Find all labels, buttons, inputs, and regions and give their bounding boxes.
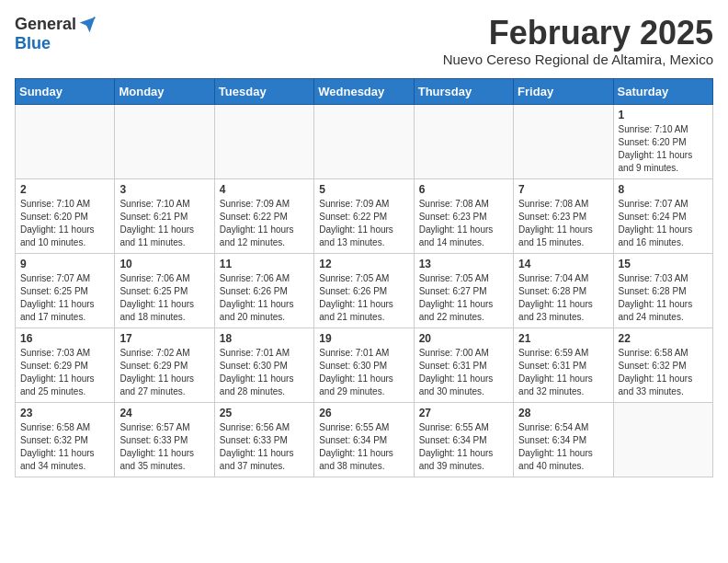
day-info: Sunrise: 7:08 AM Sunset: 6:23 PM Dayligh… bbox=[518, 198, 608, 249]
calendar-cell: 15Sunrise: 7:03 AM Sunset: 6:28 PM Dayli… bbox=[613, 253, 712, 327]
day-number: 17 bbox=[119, 332, 209, 345]
calendar-cell: 12Sunrise: 7:05 AM Sunset: 6:26 PM Dayli… bbox=[314, 253, 414, 327]
day-number: 10 bbox=[119, 258, 209, 270]
calendar-cell: 17Sunrise: 7:02 AM Sunset: 6:29 PM Dayli… bbox=[115, 327, 214, 402]
day-info: Sunrise: 7:00 AM Sunset: 6:31 PM Dayligh… bbox=[419, 347, 508, 398]
calendar-cell: 27Sunrise: 6:55 AM Sunset: 6:34 PM Dayli… bbox=[414, 402, 513, 477]
calendar-cell: 20Sunrise: 7:00 AM Sunset: 6:31 PM Dayli… bbox=[414, 327, 513, 402]
day-info: Sunrise: 7:07 AM Sunset: 6:25 PM Dayligh… bbox=[20, 272, 109, 324]
calendar-cell: 1Sunrise: 7:10 AM Sunset: 6:20 PM Daylig… bbox=[613, 104, 712, 178]
calendar-cell bbox=[214, 104, 313, 178]
day-number: 20 bbox=[419, 332, 508, 345]
calendar-cell: 4Sunrise: 7:09 AM Sunset: 6:22 PM Daylig… bbox=[214, 178, 313, 253]
day-number: 16 bbox=[20, 332, 109, 345]
calendar-week-row: 1Sunrise: 7:10 AM Sunset: 6:20 PM Daylig… bbox=[16, 104, 713, 178]
location-title: Nuevo Cereso Regional de Altamira, Mexic… bbox=[443, 52, 713, 67]
calendar-cell: 26Sunrise: 6:55 AM Sunset: 6:34 PM Dayli… bbox=[314, 402, 414, 477]
calendar-cell bbox=[115, 104, 214, 178]
calendar-cell bbox=[414, 104, 513, 178]
day-number: 8 bbox=[619, 183, 708, 196]
calendar-week-row: 9Sunrise: 7:07 AM Sunset: 6:25 PM Daylig… bbox=[16, 253, 713, 327]
calendar-cell: 25Sunrise: 6:56 AM Sunset: 6:33 PM Dayli… bbox=[214, 402, 313, 477]
calendar-cell: 9Sunrise: 7:07 AM Sunset: 6:25 PM Daylig… bbox=[16, 253, 115, 327]
day-info: Sunrise: 7:09 AM Sunset: 6:22 PM Dayligh… bbox=[220, 198, 309, 249]
calendar-cell: 11Sunrise: 7:06 AM Sunset: 6:26 PM Dayli… bbox=[214, 253, 313, 327]
calendar-cell bbox=[514, 104, 613, 178]
calendar-cell: 13Sunrise: 7:05 AM Sunset: 6:27 PM Dayli… bbox=[414, 253, 513, 327]
day-info: Sunrise: 7:06 AM Sunset: 6:25 PM Dayligh… bbox=[119, 272, 209, 324]
weekday-header-thursday: Thursday bbox=[414, 78, 513, 104]
day-info: Sunrise: 7:08 AM Sunset: 6:23 PM Dayligh… bbox=[419, 198, 508, 249]
day-info: Sunrise: 7:05 AM Sunset: 6:26 PM Dayligh… bbox=[319, 272, 408, 324]
day-info: Sunrise: 6:58 AM Sunset: 6:32 PM Dayligh… bbox=[619, 347, 708, 398]
calendar-cell bbox=[16, 104, 115, 178]
calendar-cell: 8Sunrise: 7:07 AM Sunset: 6:24 PM Daylig… bbox=[613, 178, 712, 253]
day-number: 22 bbox=[619, 332, 708, 345]
day-info: Sunrise: 7:10 AM Sunset: 6:21 PM Dayligh… bbox=[119, 198, 209, 249]
day-number: 14 bbox=[518, 258, 608, 270]
calendar-cell: 3Sunrise: 7:10 AM Sunset: 6:21 PM Daylig… bbox=[115, 178, 214, 253]
weekday-header-row: SundayMondayTuesdayWednesdayThursdayFrid… bbox=[16, 78, 713, 104]
calendar-cell: 19Sunrise: 7:01 AM Sunset: 6:30 PM Dayli… bbox=[314, 327, 414, 402]
day-info: Sunrise: 7:03 AM Sunset: 6:28 PM Dayligh… bbox=[619, 272, 708, 324]
calendar-cell: 16Sunrise: 7:03 AM Sunset: 6:29 PM Dayli… bbox=[16, 327, 115, 402]
calendar-cell: 18Sunrise: 7:01 AM Sunset: 6:30 PM Dayli… bbox=[214, 327, 313, 402]
day-number: 7 bbox=[518, 183, 608, 196]
day-info: Sunrise: 7:06 AM Sunset: 6:26 PM Dayligh… bbox=[220, 272, 309, 324]
logo-blue-text: Blue bbox=[15, 34, 51, 53]
weekday-header-monday: Monday bbox=[115, 78, 214, 104]
day-number: 28 bbox=[518, 407, 608, 419]
day-info: Sunrise: 6:58 AM Sunset: 6:32 PM Dayligh… bbox=[20, 421, 109, 473]
day-number: 5 bbox=[319, 183, 408, 196]
day-number: 21 bbox=[518, 332, 608, 345]
day-number: 3 bbox=[119, 183, 209, 196]
day-number: 1 bbox=[619, 109, 708, 121]
day-info: Sunrise: 7:09 AM Sunset: 6:22 PM Dayligh… bbox=[319, 198, 408, 249]
calendar-week-row: 23Sunrise: 6:58 AM Sunset: 6:32 PM Dayli… bbox=[16, 402, 713, 477]
weekday-header-sunday: Sunday bbox=[16, 78, 115, 104]
day-number: 12 bbox=[319, 258, 408, 270]
day-info: Sunrise: 7:03 AM Sunset: 6:29 PM Dayligh… bbox=[20, 347, 109, 398]
month-title: February 2025 bbox=[443, 15, 713, 52]
calendar-cell: 6Sunrise: 7:08 AM Sunset: 6:23 PM Daylig… bbox=[414, 178, 513, 253]
day-number: 9 bbox=[20, 258, 109, 270]
day-number: 25 bbox=[220, 407, 309, 419]
calendar-cell: 21Sunrise: 6:59 AM Sunset: 6:31 PM Dayli… bbox=[514, 327, 613, 402]
calendar-cell: 5Sunrise: 7:09 AM Sunset: 6:22 PM Daylig… bbox=[314, 178, 414, 253]
calendar-cell bbox=[613, 402, 712, 477]
day-info: Sunrise: 7:10 AM Sunset: 6:20 PM Dayligh… bbox=[20, 198, 109, 249]
day-info: Sunrise: 6:55 AM Sunset: 6:34 PM Dayligh… bbox=[419, 421, 508, 473]
day-info: Sunrise: 7:05 AM Sunset: 6:27 PM Dayligh… bbox=[419, 272, 508, 324]
weekday-header-friday: Friday bbox=[514, 78, 613, 104]
day-number: 4 bbox=[220, 183, 309, 196]
day-info: Sunrise: 7:04 AM Sunset: 6:28 PM Dayligh… bbox=[518, 272, 608, 324]
day-number: 23 bbox=[20, 407, 109, 419]
calendar-cell: 10Sunrise: 7:06 AM Sunset: 6:25 PM Dayli… bbox=[115, 253, 214, 327]
day-info: Sunrise: 6:54 AM Sunset: 6:34 PM Dayligh… bbox=[518, 421, 608, 473]
calendar-cell: 22Sunrise: 6:58 AM Sunset: 6:32 PM Dayli… bbox=[613, 327, 712, 402]
calendar-cell: 7Sunrise: 7:08 AM Sunset: 6:23 PM Daylig… bbox=[514, 178, 613, 253]
weekday-header-saturday: Saturday bbox=[613, 78, 712, 104]
day-info: Sunrise: 6:56 AM Sunset: 6:33 PM Dayligh… bbox=[220, 421, 309, 473]
day-number: 26 bbox=[319, 407, 408, 419]
calendar-cell: 2Sunrise: 7:10 AM Sunset: 6:20 PM Daylig… bbox=[16, 178, 115, 253]
calendar-table: SundayMondayTuesdayWednesdayThursdayFrid… bbox=[15, 78, 713, 477]
calendar-cell: 14Sunrise: 7:04 AM Sunset: 6:28 PM Dayli… bbox=[514, 253, 613, 327]
day-number: 11 bbox=[220, 258, 309, 270]
logo-general-text: General bbox=[15, 15, 76, 34]
calendar-cell: 24Sunrise: 6:57 AM Sunset: 6:33 PM Dayli… bbox=[115, 402, 214, 477]
weekday-header-wednesday: Wednesday bbox=[314, 78, 414, 104]
day-info: Sunrise: 7:10 AM Sunset: 6:20 PM Dayligh… bbox=[619, 123, 708, 175]
day-number: 6 bbox=[419, 183, 508, 196]
weekday-header-tuesday: Tuesday bbox=[214, 78, 313, 104]
day-info: Sunrise: 7:01 AM Sunset: 6:30 PM Dayligh… bbox=[220, 347, 309, 398]
day-number: 18 bbox=[220, 332, 309, 345]
calendar-cell bbox=[314, 104, 414, 178]
calendar-week-row: 16Sunrise: 7:03 AM Sunset: 6:29 PM Dayli… bbox=[16, 327, 713, 402]
title-area: February 2025 Nuevo Cereso Regional de A… bbox=[443, 15, 713, 67]
calendar-cell: 28Sunrise: 6:54 AM Sunset: 6:34 PM Dayli… bbox=[514, 402, 613, 477]
page-header: General Blue February 2025 Nuevo Cereso … bbox=[15, 15, 713, 67]
logo: General Blue bbox=[15, 15, 97, 53]
day-info: Sunrise: 6:59 AM Sunset: 6:31 PM Dayligh… bbox=[518, 347, 608, 398]
day-info: Sunrise: 6:57 AM Sunset: 6:33 PM Dayligh… bbox=[119, 421, 209, 473]
